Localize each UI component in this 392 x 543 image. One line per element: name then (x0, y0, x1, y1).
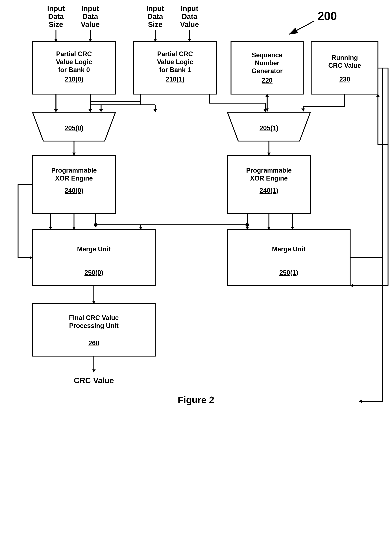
svg-text:250(1): 250(1) (279, 269, 298, 276)
svg-text:Value: Value (81, 20, 100, 28)
svg-text:for Bank 1: for Bank 1 (159, 66, 191, 74)
svg-text:Generator: Generator (252, 67, 283, 75)
svg-text:CRC Value: CRC Value (328, 62, 361, 69)
svg-text:Input: Input (81, 5, 99, 12)
svg-text:Figure 2: Figure 2 (178, 395, 214, 405)
svg-text:Merge Unit: Merge Unit (77, 245, 111, 253)
svg-text:250(0): 250(0) (84, 269, 103, 276)
svg-text:205(0): 205(0) (65, 124, 83, 132)
svg-text:Partial CRC: Partial CRC (157, 50, 193, 58)
svg-text:240(1): 240(1) (259, 187, 278, 194)
svg-text:for Bank 0: for Bank 0 (58, 66, 90, 74)
svg-text:Data: Data (83, 12, 98, 20)
svg-text:Data: Data (182, 12, 198, 20)
svg-text:CRC Value: CRC Value (74, 376, 114, 385)
svg-text:Programmable: Programmable (51, 167, 97, 174)
svg-text:Value Logic: Value Logic (157, 58, 193, 66)
svg-text:240(0): 240(0) (65, 187, 83, 194)
svg-rect-117 (33, 304, 155, 356)
svg-text:Size: Size (148, 20, 162, 28)
svg-text:205(1): 205(1) (259, 124, 278, 132)
svg-rect-81 (33, 156, 116, 213)
svg-text:210(1): 210(1) (166, 75, 184, 83)
svg-rect-107 (33, 230, 155, 286)
svg-text:Programmable: Programmable (246, 167, 292, 174)
svg-text:Merge Unit: Merge Unit (272, 245, 306, 253)
svg-text:Number: Number (255, 59, 279, 67)
svg-text:Data: Data (148, 12, 163, 20)
svg-text:Input: Input (146, 5, 164, 12)
svg-text:XOR Engine: XOR Engine (55, 175, 93, 182)
svg-text:230: 230 (339, 75, 350, 83)
svg-text:Value: Value (180, 20, 199, 28)
svg-text:220: 220 (262, 77, 272, 84)
diagram-svg: 200 Input Data Size Input Data Value Inp… (0, 0, 392, 543)
svg-text:260: 260 (88, 339, 99, 347)
svg-text:XOR Engine: XOR Engine (250, 175, 288, 182)
svg-text:Partial CRC: Partial CRC (56, 50, 92, 58)
svg-rect-110 (227, 230, 350, 286)
diagram-container: 200 Input Data Size Input Data Value Inp… (0, 0, 392, 543)
svg-text:200: 200 (318, 10, 337, 23)
svg-text:210(0): 210(0) (65, 75, 83, 83)
svg-text:Input: Input (181, 5, 198, 12)
svg-text:Data: Data (48, 12, 64, 20)
svg-text:Processing Unit: Processing Unit (69, 322, 119, 329)
svg-text:Input: Input (47, 5, 65, 12)
svg-text:Value Logic: Value Logic (56, 58, 92, 66)
svg-text:Final CRC Value: Final CRC Value (69, 314, 119, 322)
svg-rect-85 (227, 156, 310, 213)
svg-text:Running: Running (331, 54, 358, 61)
svg-text:Size: Size (49, 20, 63, 28)
svg-point-95 (94, 223, 97, 227)
svg-text:Sequence: Sequence (252, 51, 282, 59)
